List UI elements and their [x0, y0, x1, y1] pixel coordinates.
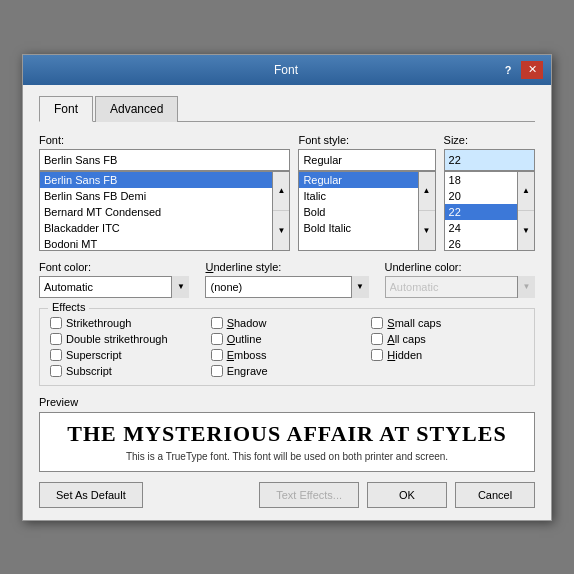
title-bar: Font ? ✕ — [23, 55, 551, 85]
color-underline-row: Font color: Automatic ▼ Underline style:… — [39, 261, 535, 298]
underline-style-select[interactable]: (none) — [205, 276, 368, 298]
style-list-container: Regular Italic Bold Bold Italic ▲ ▼ — [298, 171, 435, 251]
size-scroll-buttons: ▲ ▼ — [518, 171, 535, 251]
style-input[interactable] — [298, 149, 435, 171]
size-group: Size: 18 20 22 24 26 ▲ ▼ — [444, 134, 535, 251]
effects-legend: Effects — [48, 301, 89, 313]
double-strikethrough-checkbox-label[interactable]: Double strikethrough — [50, 333, 203, 345]
effects-grid: Strikethrough Shadow Small caps Double s… — [50, 317, 524, 377]
emboss-checkbox-label[interactable]: Emboss — [211, 349, 364, 361]
preview-label: Preview — [39, 396, 535, 408]
underline-color-select[interactable]: Automatic — [385, 276, 535, 298]
scroll-down-button[interactable]: ▼ — [273, 211, 289, 250]
style-label: Font style: — [298, 134, 435, 146]
text-effects-button[interactable]: Text Effects... — [259, 482, 359, 508]
all-caps-checkbox[interactable] — [371, 333, 383, 345]
list-item[interactable]: Berlin Sans FB Demi — [40, 188, 272, 204]
preview-section: Preview THE MYSTERIOUS AFFAIR AT STYLES … — [39, 396, 535, 472]
underline-color-group: Underline color: Automatic ▼ — [385, 261, 535, 298]
dialog-title: Font — [75, 63, 497, 77]
font-color-select[interactable]: Automatic — [39, 276, 189, 298]
superscript-checkbox-label[interactable]: Superscript — [50, 349, 203, 361]
underline-style-label: Underline style: — [205, 261, 368, 273]
set-default-button[interactable]: Set As Default — [39, 482, 143, 508]
list-item[interactable]: Bodoni MT — [40, 236, 272, 251]
shadow-checkbox[interactable] — [211, 317, 223, 329]
preview-text: THE MYSTERIOUS AFFAIR AT STYLES — [67, 421, 506, 447]
list-item[interactable]: Berlin Sans FB — [40, 172, 272, 188]
list-item[interactable]: 24 — [445, 220, 517, 236]
font-color-group: Font color: Automatic ▼ — [39, 261, 189, 298]
font-color-label: Font color: — [39, 261, 189, 273]
help-button[interactable]: ? — [497, 61, 519, 79]
underline-style-select-wrapper: (none) ▼ — [205, 276, 368, 298]
underline-style-group: Underline style: (none) ▼ — [205, 261, 368, 298]
ok-button[interactable]: OK — [367, 482, 447, 508]
list-item[interactable]: Italic — [299, 188, 417, 204]
list-item[interactable]: 22 — [445, 204, 517, 220]
font-dialog: Font ? ✕ Font Advanced Font: Berlin — [22, 54, 552, 521]
tab-advanced[interactable]: Advanced — [95, 96, 178, 122]
subscript-checkbox-label[interactable]: Subscript — [50, 365, 203, 377]
style-scroll-buttons: ▲ ▼ — [419, 171, 436, 251]
emboss-checkbox[interactable] — [211, 349, 223, 361]
subscript-checkbox[interactable] — [50, 365, 62, 377]
outline-checkbox[interactable] — [211, 333, 223, 345]
shadow-checkbox-label[interactable]: Shadow — [211, 317, 364, 329]
preview-box: THE MYSTERIOUS AFFAIR AT STYLES This is … — [39, 412, 535, 472]
font-style-size-row: Font: Berlin Sans FB Berlin Sans FB Demi… — [39, 134, 535, 251]
font-list-container: Berlin Sans FB Berlin Sans FB Demi Berna… — [39, 171, 290, 251]
underline-color-label: Underline color: — [385, 261, 535, 273]
hidden-checkbox-label[interactable]: Hidden — [371, 349, 524, 361]
scroll-up-button[interactable]: ▲ — [273, 172, 289, 212]
font-label: Font: — [39, 134, 290, 146]
hidden-checkbox[interactable] — [371, 349, 383, 361]
title-bar-controls: ? ✕ — [497, 61, 543, 79]
list-item[interactable]: Regular — [299, 172, 417, 188]
preview-info: This is a TrueType font. This font will … — [126, 451, 448, 462]
outline-checkbox-label[interactable]: Outline — [211, 333, 364, 345]
font-scroll-buttons: ▲ ▼ — [273, 171, 290, 251]
size-list[interactable]: 18 20 22 24 26 — [444, 171, 518, 251]
size-label: Size: — [444, 134, 535, 146]
all-caps-checkbox-label[interactable]: All caps — [371, 333, 524, 345]
scroll-down-button[interactable]: ▼ — [518, 211, 534, 250]
cancel-button[interactable]: Cancel — [455, 482, 535, 508]
underline-color-select-wrapper: Automatic ▼ — [385, 276, 535, 298]
list-item[interactable]: 18 — [445, 172, 517, 188]
scroll-up-button[interactable]: ▲ — [518, 172, 534, 212]
list-item[interactable]: Bernard MT Condensed — [40, 204, 272, 220]
close-button[interactable]: ✕ — [521, 61, 543, 79]
superscript-checkbox[interactable] — [50, 349, 62, 361]
list-item[interactable]: 26 — [445, 236, 517, 251]
tab-font[interactable]: Font — [39, 96, 93, 122]
list-item[interactable]: Bold Italic — [299, 220, 417, 236]
font-color-select-wrapper: Automatic ▼ — [39, 276, 189, 298]
font-input[interactable] — [39, 149, 290, 171]
small-caps-checkbox[interactable] — [371, 317, 383, 329]
font-group: Font: Berlin Sans FB Berlin Sans FB Demi… — [39, 134, 290, 251]
tab-bar: Font Advanced — [39, 95, 535, 122]
double-strikethrough-checkbox[interactable] — [50, 333, 62, 345]
strikethrough-checkbox[interactable] — [50, 317, 62, 329]
list-item[interactable]: Bold — [299, 204, 417, 220]
strikethrough-checkbox-label[interactable]: Strikethrough — [50, 317, 203, 329]
right-buttons: Text Effects... OK Cancel — [259, 482, 535, 508]
dialog-content: Font Advanced Font: Berlin Sans FB Berli… — [23, 85, 551, 520]
scroll-up-button[interactable]: ▲ — [419, 172, 435, 212]
engrave-checkbox-label[interactable]: Engrave — [211, 365, 364, 377]
style-group: Font style: Regular Italic Bold Bold Ita… — [298, 134, 435, 251]
font-list[interactable]: Berlin Sans FB Berlin Sans FB Demi Berna… — [39, 171, 273, 251]
list-item[interactable]: Blackadder ITC — [40, 220, 272, 236]
list-item[interactable]: 20 — [445, 188, 517, 204]
effects-section: Effects Strikethrough Shadow Small caps … — [39, 308, 535, 386]
size-input[interactable] — [444, 149, 535, 171]
scroll-down-button[interactable]: ▼ — [419, 211, 435, 250]
bottom-buttons: Set As Default Text Effects... OK Cancel — [39, 482, 535, 508]
size-list-container: 18 20 22 24 26 ▲ ▼ — [444, 171, 535, 251]
small-caps-checkbox-label[interactable]: Small caps — [371, 317, 524, 329]
engrave-checkbox[interactable] — [211, 365, 223, 377]
style-list[interactable]: Regular Italic Bold Bold Italic — [298, 171, 418, 251]
